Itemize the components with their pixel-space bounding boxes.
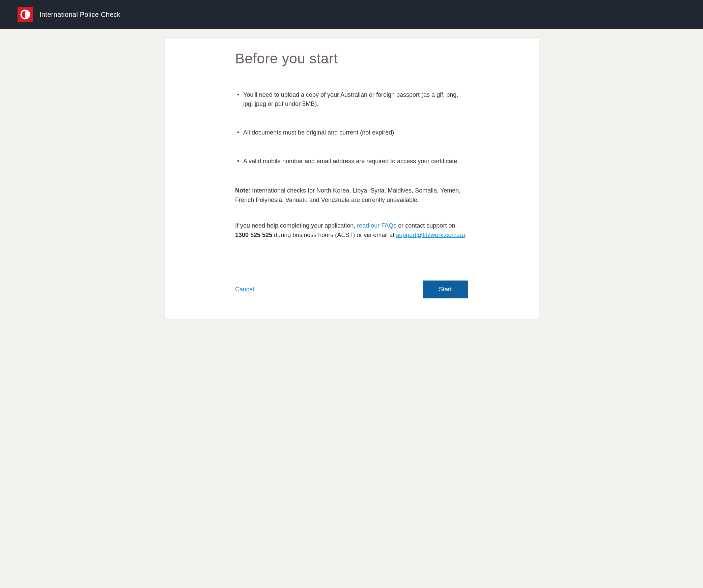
requirements-list: You'll need to upload a copy of your Aus… bbox=[235, 90, 468, 166]
main-card: Before you start You'll need to upload a… bbox=[164, 37, 539, 319]
app-header: International Police Check bbox=[0, 0, 703, 29]
auspost-logo-icon bbox=[20, 9, 30, 20]
faq-link[interactable]: read our FAQs bbox=[357, 222, 396, 229]
help-suffix: . bbox=[465, 232, 467, 238]
note-label: Note bbox=[235, 187, 249, 194]
page-title: Before you start bbox=[235, 51, 468, 67]
note-text: : International checks for North Korea, … bbox=[235, 187, 460, 203]
list-item: You'll need to upload a copy of your Aus… bbox=[235, 90, 468, 109]
help-mid2: during business hours (AEST) or via emai… bbox=[272, 232, 396, 238]
list-item: All documents must be original and curre… bbox=[235, 128, 468, 137]
support-phone: 1300 525 525 bbox=[235, 232, 272, 238]
logo bbox=[18, 7, 33, 22]
support-email-link[interactable]: support@fit2work.com.au bbox=[396, 232, 465, 238]
header-title: International Police Check bbox=[39, 11, 120, 19]
action-row: Cancel Start bbox=[235, 281, 468, 298]
list-item: A valid mobile number and email address … bbox=[235, 157, 468, 166]
help-prefix: If you need help completing your applica… bbox=[235, 222, 357, 229]
help-paragraph: If you need help completing your applica… bbox=[235, 221, 468, 240]
start-button[interactable]: Start bbox=[423, 281, 468, 298]
content-area: Before you start You'll need to upload a… bbox=[232, 51, 471, 298]
note-paragraph: Note: International checks for North Kor… bbox=[235, 186, 468, 205]
cancel-link[interactable]: Cancel bbox=[235, 286, 254, 293]
help-mid1: or contact support on bbox=[396, 222, 455, 229]
